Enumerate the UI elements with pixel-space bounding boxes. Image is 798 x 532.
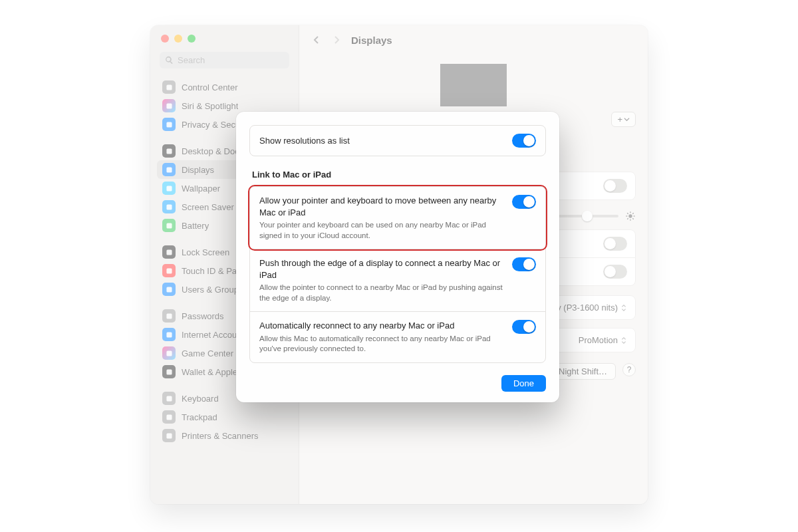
auto-reconnect-title: Automatically reconnect to any nearby Ma… [259, 320, 505, 332]
zoom-icon[interactable] [188, 35, 196, 43]
sidebar-item-label: Desktop & Dock [182, 146, 243, 156]
search-placeholder: Search [178, 55, 205, 65]
sidebar-icon [162, 182, 176, 195]
push-through-sub: Allow the pointer to connect to a nearby… [259, 283, 505, 303]
show-resolutions-row: Show resolutions as list [249, 125, 546, 156]
sidebar-item-label: Control Center [182, 82, 238, 92]
sidebar-icon [162, 200, 176, 213]
svg-rect-6 [166, 204, 172, 209]
help-button[interactable]: ? [622, 363, 636, 376]
content-header: Displays [299, 25, 648, 55]
push-through-toggle[interactable] [512, 257, 536, 271]
advanced-modal: Show resolutions as list Link to Mac or … [236, 112, 559, 402]
sidebar-icon [162, 392, 176, 405]
hidden-toggle-1[interactable] [603, 179, 627, 193]
svg-rect-1 [166, 103, 172, 108]
link-settings-group: Allow your pointer and keyboard to move … [249, 186, 546, 363]
sidebar-item-label: Trackpad [182, 412, 217, 422]
minimize-icon[interactable] [174, 35, 182, 43]
svg-rect-13 [166, 350, 172, 356]
sidebar-item-label: Keyboard [182, 394, 219, 404]
svg-rect-12 [166, 332, 172, 337]
hidden-toggle-2[interactable] [603, 237, 627, 251]
sidebar-item-label: Printers & Scanners [182, 431, 259, 441]
sidebar-icon [162, 118, 176, 131]
svg-rect-14 [166, 369, 172, 374]
svg-rect-10 [166, 287, 172, 292]
svg-rect-3 [166, 148, 172, 154]
svg-rect-11 [166, 313, 172, 319]
search-icon [165, 56, 174, 65]
sidebar-item-label: Battery [182, 221, 209, 231]
sidebar-item-label: Wallpaper [182, 184, 220, 194]
svg-rect-5 [166, 186, 172, 191]
sidebar-icon [162, 410, 176, 424]
universal-control-row: Allow your pointer and keyboard to move … [250, 187, 545, 249]
close-icon[interactable] [161, 35, 169, 43]
link-section-header: Link to Mac or iPad [252, 170, 543, 180]
sidebar-icon [162, 219, 176, 232]
updown-icon [620, 336, 627, 344]
auto-reconnect-row: Automatically reconnect to any nearby Ma… [250, 311, 545, 362]
push-through-title: Push through the edge of a display to co… [259, 257, 505, 281]
svg-rect-17 [166, 433, 172, 438]
svg-rect-9 [166, 268, 172, 273]
show-resolutions-toggle[interactable] [512, 134, 536, 148]
auto-reconnect-sub: Allow this Mac to automatically reconnec… [259, 334, 505, 354]
search-input[interactable]: Search [160, 52, 289, 68]
sidebar-icon [162, 309, 176, 323]
sidebar-item-label: Lock Screen [182, 247, 229, 257]
svg-rect-7 [166, 223, 172, 228]
svg-line-24 [632, 218, 633, 219]
svg-rect-8 [166, 249, 172, 255]
display-thumbnail[interactable] [440, 64, 507, 106]
sidebar-icon [162, 80, 176, 94]
svg-rect-15 [166, 396, 172, 401]
page-title: Displays [351, 35, 392, 46]
sidebar-icon [162, 365, 176, 378]
sidebar-item-label: Passwords [182, 311, 224, 321]
svg-line-26 [632, 213, 633, 213]
universal-control-sub: Your pointer and keyboard can be used on… [259, 220, 505, 241]
svg-point-18 [628, 214, 632, 217]
sidebar-icon [162, 264, 176, 277]
sidebar-icon [162, 283, 176, 296]
sidebar-item-label: Game Center [182, 348, 233, 358]
sidebar-item-label: Users & Groups [182, 285, 243, 295]
auto-reconnect-toggle[interactable] [512, 320, 536, 334]
sidebar-item-label: Siri & Spotlight [182, 101, 238, 111]
sidebar-item-label: Displays [182, 165, 214, 175]
sidebar-icon [162, 144, 176, 158]
universal-control-title: Allow your pointer and keyboard to move … [259, 195, 505, 218]
sidebar-item-label: Screen Saver [182, 202, 234, 212]
add-display-button[interactable]: + [611, 112, 636, 127]
hidden-toggle-3[interactable] [603, 265, 627, 279]
sidebar-icon [162, 346, 176, 360]
brightness-knob[interactable] [582, 211, 593, 221]
svg-rect-16 [166, 414, 172, 420]
show-resolutions-label: Show resolutions as list [259, 136, 350, 146]
chevron-down-icon [624, 116, 630, 122]
window-controls [161, 35, 292, 43]
done-button[interactable]: Done [501, 375, 546, 392]
modal-footer: Done [249, 375, 546, 392]
sidebar-icon [162, 99, 176, 112]
back-icon[interactable] [311, 35, 322, 45]
forward-icon[interactable] [331, 35, 342, 45]
sidebar-item-trackpad[interactable]: Trackpad [157, 408, 292, 426]
sidebar-item-control-center[interactable]: Control Center [157, 78, 292, 96]
sidebar-icon [162, 245, 176, 259]
svg-line-25 [627, 218, 628, 219]
night-shift-button[interactable]: Night Shift… [550, 363, 616, 380]
svg-line-23 [627, 213, 628, 213]
svg-rect-2 [166, 122, 172, 127]
sidebar-icon [162, 429, 176, 442]
sidebar-icon [162, 163, 176, 176]
sidebar-icon [162, 328, 176, 341]
sidebar-item-printers-scanners[interactable]: Printers & Scanners [157, 426, 292, 445]
push-through-row: Push through the edge of a display to co… [250, 249, 545, 311]
universal-control-toggle[interactable] [512, 195, 536, 209]
svg-rect-4 [166, 167, 172, 172]
updown-icon [620, 304, 627, 312]
svg-rect-0 [166, 84, 172, 90]
